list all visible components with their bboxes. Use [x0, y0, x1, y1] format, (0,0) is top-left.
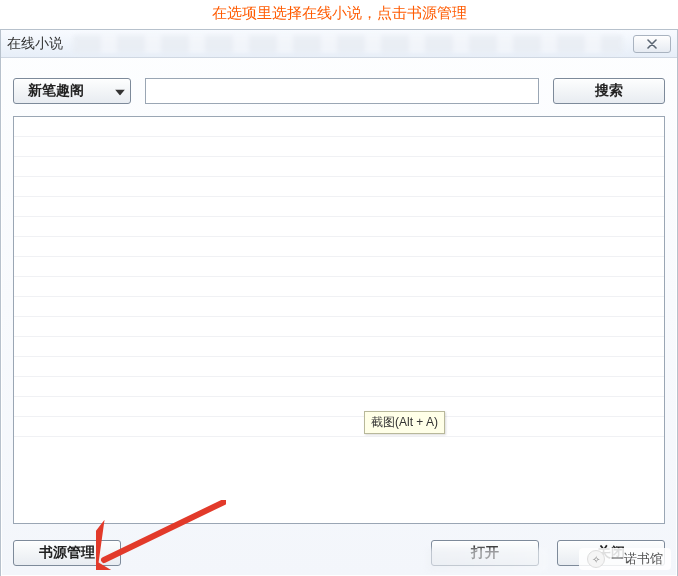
list-row [14, 197, 664, 217]
source-combobox[interactable]: 新笔趣阁 [13, 78, 131, 104]
titlebar: 在线小说 [1, 30, 677, 58]
search-button[interactable]: 搜索 [553, 78, 665, 104]
list-row [14, 277, 664, 297]
list-row [14, 217, 664, 237]
list-row [14, 397, 664, 417]
list-row [14, 337, 664, 357]
list-row [14, 137, 664, 157]
list-row [14, 117, 664, 137]
wechat-icon: ✧ [587, 550, 605, 568]
close-icon [646, 39, 658, 49]
source-combobox-button[interactable]: 新笔趣阁 [13, 78, 131, 104]
client-area: 新笔趣阁 搜索 截图(Alt + A) [1, 58, 677, 576]
open-button[interactable]: 打开 [431, 540, 539, 566]
list-row [14, 297, 664, 317]
manage-sources-button[interactable]: 书源管理 [13, 540, 121, 566]
search-row: 新笔趣阁 搜索 [13, 78, 665, 104]
list-row [14, 317, 664, 337]
dialog-window: 在线小说 新笔趣阁 搜索 [0, 29, 678, 576]
screenshot-tooltip: 截图(Alt + A) [364, 411, 445, 434]
window-title: 在线小说 [7, 35, 63, 53]
results-list[interactable]: 截图(Alt + A) [13, 116, 665, 524]
list-row [14, 357, 664, 377]
watermark: ✧ 一诺书馆 [579, 548, 671, 570]
titlebar-blurred-region [73, 35, 623, 53]
list-row [14, 417, 664, 437]
window-close-button[interactable] [633, 35, 671, 53]
watermark-label: 一诺书馆 [611, 550, 663, 568]
list-row [14, 257, 664, 277]
list-row [14, 377, 664, 397]
list-row [14, 177, 664, 197]
search-input[interactable] [145, 78, 539, 104]
list-row [14, 157, 664, 177]
instruction-annotation: 在选项里选择在线小说，点击书源管理 [0, 0, 678, 29]
bottom-button-row: 书源管理 打开 关闭 [13, 536, 665, 566]
list-row [14, 237, 664, 257]
